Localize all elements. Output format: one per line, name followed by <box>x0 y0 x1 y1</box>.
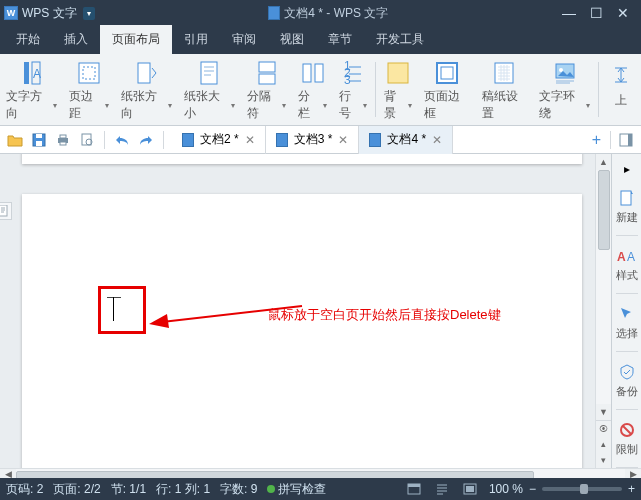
redo-icon[interactable] <box>137 131 155 149</box>
side-tool-icon: AA <box>617 246 637 266</box>
ribbon-label: 分隔符▾ <box>247 88 287 122</box>
ribbon-icon <box>195 60 223 86</box>
ribbon-文字环绕[interactable]: 文字环绕▾ <box>533 56 596 123</box>
sidebar-toggle-icon[interactable] <box>617 131 635 149</box>
side-tool-样式[interactable]: AA样式 <box>616 246 638 283</box>
ribbon-分隔符[interactable]: 分隔符▾ <box>241 56 293 123</box>
page-2[interactable]: 鼠标放于空白页开始然后直接按Delete键 <box>22 194 582 468</box>
menu-tab-0[interactable]: 开始 <box>4 25 52 54</box>
vertical-scrollbar[interactable]: ▲ ▼ ⦿ ▴ ▾ <box>595 154 611 468</box>
menu-tab-2[interactable]: 页面布局 <box>100 25 172 54</box>
scroll-left-button[interactable]: ◀ <box>0 469 16 478</box>
ribbon-上[interactable]: 上 <box>601 56 641 123</box>
window-title-text: 文档4 * - WPS 文字 <box>284 5 388 22</box>
work-area: 鼠标放于空白页开始然后直接按Delete键 ▲ ▼ ⦿ ▴ ▾ ▸ 新建AA样式… <box>0 154 641 478</box>
status-section: 节: 1/1 <box>111 481 146 498</box>
close-tab-icon[interactable]: ✕ <box>338 133 348 147</box>
horizontal-scrollbar[interactable]: ◀ ▶ <box>0 468 641 478</box>
menu-tab-6[interactable]: 章节 <box>316 25 364 54</box>
ribbon-纸张方向[interactable]: 纸张方向▾ <box>115 56 178 123</box>
ribbon-label: 纸张方向▾ <box>121 88 172 122</box>
menu-tab-1[interactable]: 插入 <box>52 25 100 54</box>
ribbon-行号[interactable]: 123行号▾ <box>333 56 373 123</box>
document-tab-0[interactable]: 文档2 *✕ <box>172 126 266 154</box>
svg-point-19 <box>559 68 563 72</box>
open-icon[interactable] <box>6 131 24 149</box>
side-tool-icon <box>617 188 637 208</box>
view-print-layout-icon[interactable] <box>405 480 423 498</box>
menu-tab-5[interactable]: 视图 <box>268 25 316 54</box>
zoom-in-button[interactable]: + <box>628 482 635 496</box>
zoom-slider-thumb[interactable] <box>580 484 588 494</box>
ribbon-icon <box>384 60 412 86</box>
document-tab-2[interactable]: 文档4 *✕ <box>359 126 453 154</box>
status-page-number[interactable]: 页码: 2 <box>6 481 43 498</box>
close-tab-icon[interactable]: ✕ <box>432 133 442 147</box>
page-down-nav-button[interactable]: ▾ <box>596 452 611 468</box>
svg-rect-33 <box>621 191 631 205</box>
view-web-icon[interactable] <box>461 480 479 498</box>
menu-tab-4[interactable]: 审阅 <box>220 25 268 54</box>
svg-rect-29 <box>628 134 632 146</box>
status-spellcheck[interactable]: 拼写检查 <box>267 481 326 498</box>
annotation-highlight-box <box>98 286 146 334</box>
ribbon-label: 页面边框 <box>424 88 469 122</box>
undo-icon[interactable] <box>113 131 131 149</box>
side-tool-限制[interactable]: 限制 <box>616 420 638 457</box>
zoom-control: 100 % − + <box>489 482 635 496</box>
menu-tab-3[interactable]: 引用 <box>172 25 220 54</box>
ribbon-文字方向[interactable]: A文字方向▾ <box>0 56 63 123</box>
page-1[interactable] <box>22 154 582 164</box>
side-panel-collapse-icon[interactable]: ▸ <box>618 160 636 178</box>
zoom-slider[interactable] <box>542 487 622 491</box>
hscroll-track[interactable] <box>16 469 625 478</box>
zoom-value[interactable]: 100 % <box>489 482 523 496</box>
ribbon-稿纸设置[interactable]: 稿纸设置 <box>476 56 533 123</box>
side-panel: ▸ 新建AA样式选择备份限制 <box>611 154 641 468</box>
ribbon-页边距[interactable]: 页边距▾ <box>63 56 115 123</box>
scroll-up-button[interactable]: ▲ <box>596 154 611 170</box>
page-indicator-icon[interactable] <box>0 202 12 220</box>
ribbon-icon <box>490 60 518 86</box>
side-tool-备份[interactable]: 备份 <box>616 362 638 399</box>
hscroll-thumb[interactable] <box>16 471 534 478</box>
close-button[interactable]: ✕ <box>617 5 629 21</box>
view-outline-icon[interactable] <box>433 480 451 498</box>
status-char-count[interactable]: 字数: 9 <box>220 481 257 498</box>
print-icon[interactable] <box>54 131 72 149</box>
minimize-button[interactable]: — <box>562 5 576 21</box>
ribbon-纸张大小[interactable]: 纸张大小▾ <box>178 56 241 123</box>
document-tab-1[interactable]: 文档3 *✕ <box>266 126 360 154</box>
svg-rect-40 <box>466 486 474 492</box>
side-tool-新建[interactable]: 新建 <box>616 188 638 225</box>
scroll-track[interactable] <box>596 170 611 404</box>
ribbon-label: 分栏▾ <box>298 88 326 122</box>
ribbon-icon <box>75 60 103 86</box>
scroll-thumb[interactable] <box>598 170 610 250</box>
zoom-out-button[interactable]: − <box>529 482 536 496</box>
save-icon[interactable] <box>30 131 48 149</box>
svg-rect-3 <box>79 63 99 83</box>
maximize-button[interactable]: ☐ <box>590 5 603 21</box>
print-preview-icon[interactable] <box>78 131 96 149</box>
ribbon-背景[interactable]: 背景▾ <box>378 56 418 123</box>
ribbon-icon <box>299 60 327 86</box>
ribbon-分栏[interactable]: 分栏▾ <box>292 56 332 123</box>
side-tool-icon <box>617 420 637 440</box>
document-canvas[interactable]: 鼠标放于空白页开始然后直接按Delete键 <box>0 154 595 468</box>
ribbon-icon <box>433 60 461 86</box>
ribbon-页面边框[interactable]: 页面边框 <box>418 56 475 123</box>
page-up-nav-button[interactable]: ▴ <box>596 436 611 452</box>
svg-rect-24 <box>60 135 66 138</box>
side-tool-选择[interactable]: 选择 <box>616 304 638 341</box>
prev-page-button[interactable]: ⦿ <box>596 420 611 436</box>
menu-tab-7[interactable]: 开发工具 <box>364 25 436 54</box>
status-page-count[interactable]: 页面: 2/2 <box>53 481 100 498</box>
scroll-right-button[interactable]: ▶ <box>625 469 641 478</box>
close-tab-icon[interactable]: ✕ <box>245 133 255 147</box>
new-tab-button[interactable]: + <box>583 131 611 149</box>
app-menu-dropdown[interactable]: ▾ <box>83 7 95 20</box>
scroll-down-button[interactable]: ▼ <box>596 404 611 420</box>
svg-text:A: A <box>33 67 41 81</box>
ribbon-icon <box>607 60 635 90</box>
